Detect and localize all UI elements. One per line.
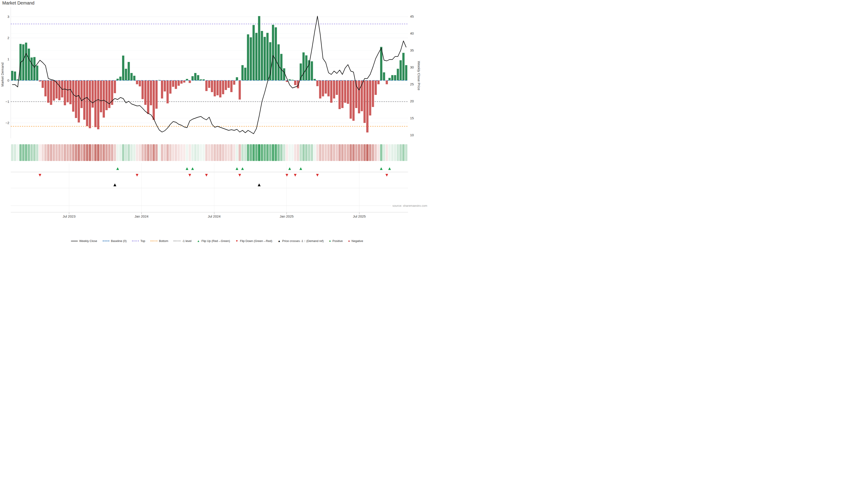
demand-bar xyxy=(139,80,141,86)
heat-cell xyxy=(50,144,52,161)
legend-item[interactable]: Top xyxy=(132,239,145,242)
heat-cell xyxy=(180,144,183,161)
legend-item[interactable]: -1 level xyxy=(174,239,191,242)
demand-bar xyxy=(247,34,249,80)
flip-down-marker-icon xyxy=(239,174,241,177)
legend-item[interactable]: Bottom xyxy=(151,239,168,242)
demand-bar xyxy=(178,80,180,86)
demand-bar xyxy=(83,80,86,120)
heat-cell xyxy=(338,144,341,161)
reference-lines xyxy=(11,24,408,126)
demand-bar xyxy=(22,44,24,80)
demand-bar xyxy=(352,80,355,121)
demand-bar xyxy=(81,80,83,108)
legend-item[interactable]: ●Positive xyxy=(329,239,343,242)
heat-cell xyxy=(164,144,166,161)
heat-cell xyxy=(125,144,127,161)
flip-down-marker-icon xyxy=(316,174,319,177)
heat-cell xyxy=(300,144,302,161)
heat-cell xyxy=(230,144,232,161)
flip-up-marker-icon xyxy=(241,167,244,170)
heat-cell xyxy=(361,144,363,161)
demand-bar xyxy=(67,80,69,102)
demand-bar xyxy=(150,80,152,105)
demand-bar xyxy=(136,80,138,84)
heat-cell xyxy=(47,144,49,161)
heat-cell xyxy=(147,144,149,161)
market-demand-chart[interactable]: 3210−1−24540353025201510Jul 2023Jan 2024… xyxy=(0,0,434,235)
demand-bar xyxy=(69,80,72,104)
demand-bar xyxy=(344,80,346,103)
heat-cell xyxy=(319,144,321,161)
demand-bar xyxy=(103,80,105,118)
demand-bar xyxy=(402,53,405,80)
heat-cell xyxy=(366,144,368,161)
legend-item[interactable]: Weekly Close xyxy=(71,239,97,242)
demand-bar xyxy=(327,80,330,96)
demand-bar xyxy=(114,80,116,93)
heat-cell xyxy=(288,144,291,161)
heat-cell xyxy=(352,144,355,161)
heat-cell xyxy=(103,144,105,161)
demand-bar xyxy=(180,80,183,84)
heat-cell xyxy=(380,144,382,161)
heat-cell xyxy=(375,144,377,161)
heat-cell xyxy=(405,144,407,161)
demand-bar xyxy=(31,57,33,80)
heat-cell xyxy=(81,144,83,161)
demand-bar xyxy=(230,80,232,92)
demand-bar xyxy=(161,80,163,98)
heat-cell xyxy=(97,144,99,161)
heat-cell xyxy=(225,144,227,161)
heat-cell xyxy=(161,144,163,161)
flip-down-marker-icon xyxy=(294,174,297,177)
heat-cell xyxy=(31,144,33,161)
legend-item[interactable]: ●Negative xyxy=(348,239,363,242)
demand-bar xyxy=(11,71,13,80)
legend-item[interactable]: ▲Price crosses -1 ↑ (Demand ref) xyxy=(278,239,323,242)
heat-cell xyxy=(261,144,263,161)
demand-bar xyxy=(385,80,388,84)
demand-bar xyxy=(389,78,391,80)
heat-cell xyxy=(89,144,91,161)
demand-bar xyxy=(275,27,277,80)
x-axis-tick: Jul 2025 xyxy=(353,215,366,218)
heat-cell xyxy=(336,144,338,161)
demand-bar xyxy=(191,76,194,80)
heat-cell xyxy=(203,144,205,161)
heat-cell xyxy=(111,144,113,161)
heat-cell xyxy=(244,144,246,161)
demand-bar xyxy=(366,80,368,132)
demand-bar xyxy=(394,75,396,80)
heat-cell xyxy=(358,144,360,161)
heat-cell xyxy=(277,144,280,161)
legend-item[interactable]: Baseline (0) xyxy=(103,239,127,242)
legend-item[interactable]: ▼Flip Down (Green→Red) xyxy=(236,239,272,242)
right-axis-tick: 20 xyxy=(410,99,414,103)
demand-bar xyxy=(33,57,35,80)
demand-bar xyxy=(119,76,122,80)
heat-cell xyxy=(294,144,296,161)
demand-bar xyxy=(258,16,260,80)
flip-up-marker-icon xyxy=(236,167,238,170)
left-axis-tick: 2 xyxy=(7,36,9,40)
demand-bar xyxy=(125,69,127,80)
heat-cell xyxy=(105,144,107,161)
heat-cell xyxy=(64,144,66,161)
heat-cell xyxy=(61,144,63,161)
demand-bar xyxy=(14,72,16,80)
demand-bar xyxy=(214,80,216,96)
heat-cell xyxy=(311,144,313,161)
heat-cell xyxy=(78,144,80,161)
legend-item-label: Weekly Close xyxy=(79,239,97,242)
heat-cell xyxy=(385,144,388,161)
legend-swatch-dot-icon xyxy=(151,240,157,241)
demand-bar xyxy=(225,80,227,90)
demand-bar xyxy=(405,65,407,80)
demand-bar xyxy=(358,80,360,113)
legend-item[interactable]: ▲Flip Up (Red→Green) xyxy=(197,239,230,242)
demand-bar xyxy=(64,80,66,105)
heat-cell xyxy=(236,144,238,161)
demand-bar xyxy=(105,80,107,110)
demand-bar xyxy=(319,80,321,98)
